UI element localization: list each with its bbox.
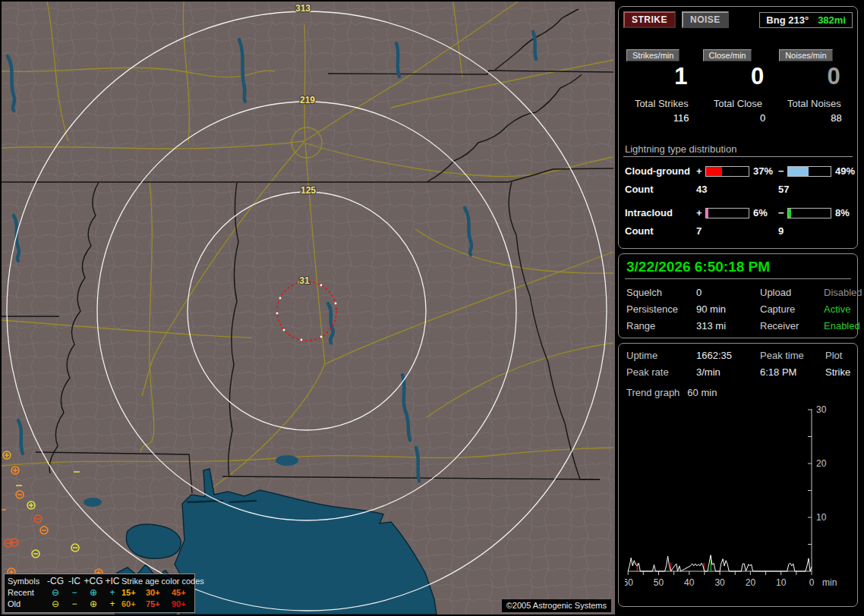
trend-y-tick: 30 — [816, 404, 827, 415]
legend-col-ncg: -CG — [46, 576, 65, 587]
receiver-label: Receiver — [760, 320, 824, 332]
cloud-ground-counts: Count 43 57 — [623, 184, 853, 195]
intracloud-row: Intracloud + 6% − 8% — [623, 207, 853, 218]
minus-sign: − — [778, 207, 787, 218]
age-45: 45+ — [172, 587, 196, 599]
legend-old-label: Old — [8, 599, 46, 610]
cg-minus-count: 57 — [778, 184, 853, 195]
trend-y-tick: 10 — [816, 512, 827, 523]
range-value: 313 mi — [696, 320, 760, 332]
ic-plus-pct: 6% — [749, 207, 778, 218]
lightning-map[interactable]: 313 219 125 31 Symbols -CG -IC +CG +IC S… — [2, 2, 615, 614]
cg-plus-count: 43 — [696, 184, 778, 195]
cg-plus-pct: 37% — [749, 165, 778, 177]
trend-x-unit: min — [822, 577, 837, 588]
distribution-title: Lightning type distribution — [623, 143, 853, 157]
noise-toggle-button[interactable]: NOISE — [682, 11, 729, 28]
total-noises-label: Total Noises — [779, 98, 850, 109]
range-label: Range — [626, 320, 696, 332]
cg-minus-pct: 49% — [831, 165, 855, 177]
circle-plus-icon: ⊕ — [84, 599, 103, 610]
age-60: 60+ — [121, 599, 146, 610]
peak-time-label: Peak time — [760, 350, 825, 361]
ic-plus-count: 7 — [696, 225, 778, 237]
age-90: 90+ — [172, 599, 196, 610]
plus-icon: + — [103, 587, 121, 599]
bearing-value: Bng 213° — [766, 14, 809, 26]
symbols-legend: Symbols -CG -IC +CG +IC Strike age color… — [4, 574, 195, 613]
upload-label: Upload — [760, 287, 824, 298]
cg-plus-bar — [705, 166, 749, 177]
minus-icon: − — [65, 599, 84, 610]
toolbar: STRIKE NOISE Bng 213° 382mi — [623, 11, 853, 28]
peak-time-value: 6:18 PM — [760, 366, 825, 378]
counters-panel: STRIKE NOISE Bng 213° 382mi Strikes/min … — [618, 6, 858, 249]
datetime-display: 3/22/2026 6:50:18 PM — [625, 259, 851, 279]
trend-x-tick: 20 — [746, 577, 756, 588]
age-30: 30+ — [146, 587, 172, 599]
age-15: 15+ — [121, 587, 146, 599]
legend-symbols-header: Symbols — [8, 576, 46, 587]
rate-counters: Strikes/min 1 Total Strikes 116 Close/mi… — [623, 48, 853, 124]
total-strikes-label: Total Strikes — [626, 98, 697, 109]
plus-sign: + — [696, 165, 705, 177]
strikes-column: Strikes/min 1 Total Strikes 116 — [623, 48, 700, 124]
trend-x-tick: 0 — [809, 577, 815, 588]
strikes-per-min-chip: Strikes/min — [626, 49, 680, 61]
ic-plus-bar — [705, 208, 749, 218]
stats-grid: Uptime 1662:35 Peak time Plot Peak rate … — [625, 350, 851, 378]
strikes-per-min-value: 1 — [626, 63, 697, 90]
cloud-ground-label: Cloud-ground — [625, 165, 696, 177]
bearing-distance-readout: Bng 213° 382mi — [759, 12, 853, 28]
intracloud-label: Intracloud — [625, 207, 696, 218]
close-column: Close/min 0 Total Close 0 — [700, 48, 777, 124]
close-per-min-value: 0 — [703, 63, 774, 90]
map-canvas[interactable]: 313 219 125 31 — [2, 2, 615, 614]
squelch-label: Squelch — [626, 287, 696, 298]
strike-toggle-button[interactable]: STRIKE — [623, 11, 676, 28]
close-per-min-chip: Close/min — [703, 49, 752, 61]
trend-x-tick: 30 — [714, 577, 725, 588]
capture-status: Active — [824, 303, 862, 315]
persistence-value: 90 min — [696, 303, 760, 315]
age-75: 75+ — [146, 599, 172, 610]
noises-per-min-value: 0 — [779, 63, 850, 90]
trend-line-strikes-per-min — [628, 555, 812, 571]
total-close-value: 0 — [703, 112, 774, 124]
legend-age-header: Strike age color codes — [121, 576, 196, 587]
peak-rate-value: 3/min — [696, 366, 760, 378]
plot-mode-value: Strike — [825, 366, 851, 378]
plus-icon: + — [103, 599, 121, 610]
peak-rate-label: Peak rate — [626, 366, 696, 378]
receiver-status: Enabled — [824, 320, 862, 332]
circle-plus-icon: ⊕ — [84, 587, 103, 599]
trend-x-tick: 50 — [654, 577, 664, 588]
capture-label: Capture — [760, 303, 824, 315]
distance-value: 382mi — [818, 14, 846, 26]
circle-minus-icon: ⊖ — [46, 587, 65, 599]
trend-x-tick: 10 — [776, 577, 787, 588]
noises-per-min-chip: Noises/min — [779, 49, 832, 61]
copyright-notice: ©2005 Astrogenic Systems — [502, 599, 611, 612]
plot-label: Plot — [825, 350, 851, 361]
ring-label-31: 31 — [299, 275, 310, 286]
ic-minus-count: 9 — [778, 225, 853, 237]
noises-column: Noises/min 0 Total Noises 88 — [776, 48, 853, 124]
intracloud-counts: Count 7 9 — [623, 225, 853, 237]
trend-x-tick: 40 — [684, 577, 695, 588]
trend-graph: 1020306050403020100min — [625, 400, 851, 594]
app-window: 313 219 125 31 Symbols -CG -IC +CG +IC S… — [0, 0, 864, 616]
total-noises-value: 88 — [779, 112, 850, 124]
plus-sign: + — [696, 207, 705, 218]
ic-minus-bar — [787, 208, 831, 218]
cloud-ground-row: Cloud-ground + 37% − 49% — [623, 165, 853, 177]
status-panel: 3/22/2026 6:50:18 PM Squelch 0 Upload Di… — [618, 253, 858, 338]
trend-graph-header: Trend graph 60 min — [625, 387, 851, 398]
ring-label-313: 313 — [295, 3, 311, 14]
ring-label-219: 219 — [300, 95, 315, 105]
cg-minus-bar — [787, 166, 831, 177]
squelch-value: 0 — [696, 287, 760, 298]
count-label: Count — [625, 184, 696, 195]
stats-trend-panel: Uptime 1662:35 Peak time Plot Peak rate … — [618, 343, 858, 607]
minus-sign: − — [778, 165, 787, 177]
